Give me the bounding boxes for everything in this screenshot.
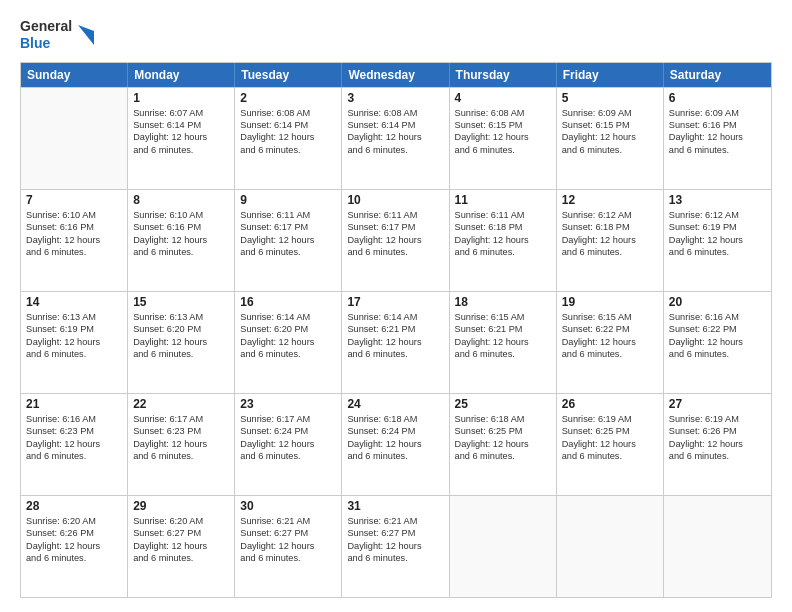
daylight-text-2: and 6 minutes. — [133, 348, 229, 360]
day-number: 30 — [240, 499, 336, 513]
daylight-text: Daylight: 12 hours — [133, 336, 229, 348]
sunset-text: Sunset: 6:14 PM — [133, 119, 229, 131]
daylight-text: Daylight: 12 hours — [455, 131, 551, 143]
daylight-text: Daylight: 12 hours — [26, 438, 122, 450]
sunset-text: Sunset: 6:16 PM — [26, 221, 122, 233]
sunrise-text: Sunrise: 6:19 AM — [562, 413, 658, 425]
daylight-text-2: and 6 minutes. — [240, 348, 336, 360]
day-number: 31 — [347, 499, 443, 513]
sunrise-text: Sunrise: 6:15 AM — [455, 311, 551, 323]
day-number: 21 — [26, 397, 122, 411]
day-number: 1 — [133, 91, 229, 105]
day-number: 3 — [347, 91, 443, 105]
daylight-text: Daylight: 12 hours — [240, 234, 336, 246]
day-number: 2 — [240, 91, 336, 105]
daylight-text-2: and 6 minutes. — [26, 246, 122, 258]
calendar-cell: 25Sunrise: 6:18 AMSunset: 6:25 PMDayligh… — [450, 394, 557, 495]
calendar-week-2: 7Sunrise: 6:10 AMSunset: 6:16 PMDaylight… — [21, 189, 771, 291]
sunrise-text: Sunrise: 6:18 AM — [455, 413, 551, 425]
sunset-text: Sunset: 6:22 PM — [669, 323, 766, 335]
day-number: 23 — [240, 397, 336, 411]
calendar-cell: 15Sunrise: 6:13 AMSunset: 6:20 PMDayligh… — [128, 292, 235, 393]
sunset-text: Sunset: 6:21 PM — [455, 323, 551, 335]
daylight-text: Daylight: 12 hours — [240, 336, 336, 348]
day-number: 22 — [133, 397, 229, 411]
header-day-monday: Monday — [128, 63, 235, 87]
calendar-cell: 1Sunrise: 6:07 AMSunset: 6:14 PMDaylight… — [128, 88, 235, 189]
daylight-text: Daylight: 12 hours — [347, 540, 443, 552]
daylight-text-2: and 6 minutes. — [133, 552, 229, 564]
daylight-text: Daylight: 12 hours — [347, 438, 443, 450]
calendar-week-3: 14Sunrise: 6:13 AMSunset: 6:19 PMDayligh… — [21, 291, 771, 393]
svg-marker-0 — [78, 25, 94, 45]
day-number: 26 — [562, 397, 658, 411]
sunset-text: Sunset: 6:19 PM — [26, 323, 122, 335]
daylight-text-2: and 6 minutes. — [26, 552, 122, 564]
daylight-text: Daylight: 12 hours — [669, 234, 766, 246]
day-number: 29 — [133, 499, 229, 513]
sunset-text: Sunset: 6:21 PM — [347, 323, 443, 335]
calendar-cell: 29Sunrise: 6:20 AMSunset: 6:27 PMDayligh… — [128, 496, 235, 597]
sunrise-text: Sunrise: 6:08 AM — [240, 107, 336, 119]
calendar-week-5: 28Sunrise: 6:20 AMSunset: 6:26 PMDayligh… — [21, 495, 771, 597]
daylight-text-2: and 6 minutes. — [347, 450, 443, 462]
sunrise-text: Sunrise: 6:19 AM — [669, 413, 766, 425]
daylight-text-2: and 6 minutes. — [240, 450, 336, 462]
sunrise-text: Sunrise: 6:10 AM — [26, 209, 122, 221]
daylight-text-2: and 6 minutes. — [240, 144, 336, 156]
daylight-text-2: and 6 minutes. — [133, 450, 229, 462]
daylight-text-2: and 6 minutes. — [669, 348, 766, 360]
sunrise-text: Sunrise: 6:11 AM — [347, 209, 443, 221]
sunrise-text: Sunrise: 6:11 AM — [455, 209, 551, 221]
sunrise-text: Sunrise: 6:21 AM — [240, 515, 336, 527]
day-number: 4 — [455, 91, 551, 105]
sunrise-text: Sunrise: 6:20 AM — [133, 515, 229, 527]
day-number: 15 — [133, 295, 229, 309]
sunset-text: Sunset: 6:27 PM — [133, 527, 229, 539]
daylight-text-2: and 6 minutes. — [26, 348, 122, 360]
calendar-cell: 28Sunrise: 6:20 AMSunset: 6:26 PMDayligh… — [21, 496, 128, 597]
sunrise-text: Sunrise: 6:12 AM — [669, 209, 766, 221]
day-number: 14 — [26, 295, 122, 309]
daylight-text: Daylight: 12 hours — [26, 540, 122, 552]
sunrise-text: Sunrise: 6:08 AM — [347, 107, 443, 119]
day-number: 12 — [562, 193, 658, 207]
calendar-cell: 5Sunrise: 6:09 AMSunset: 6:15 PMDaylight… — [557, 88, 664, 189]
day-number: 9 — [240, 193, 336, 207]
sunrise-text: Sunrise: 6:13 AM — [133, 311, 229, 323]
daylight-text: Daylight: 12 hours — [562, 131, 658, 143]
sunrise-text: Sunrise: 6:10 AM — [133, 209, 229, 221]
sunset-text: Sunset: 6:15 PM — [562, 119, 658, 131]
calendar-cell: 31Sunrise: 6:21 AMSunset: 6:27 PMDayligh… — [342, 496, 449, 597]
sunrise-text: Sunrise: 6:14 AM — [240, 311, 336, 323]
sunset-text: Sunset: 6:26 PM — [26, 527, 122, 539]
day-number: 13 — [669, 193, 766, 207]
calendar-cell: 4Sunrise: 6:08 AMSunset: 6:15 PMDaylight… — [450, 88, 557, 189]
day-number: 6 — [669, 91, 766, 105]
calendar-cell: 2Sunrise: 6:08 AMSunset: 6:14 PMDaylight… — [235, 88, 342, 189]
daylight-text: Daylight: 12 hours — [562, 234, 658, 246]
daylight-text-2: and 6 minutes. — [455, 246, 551, 258]
daylight-text-2: and 6 minutes. — [240, 552, 336, 564]
day-number: 28 — [26, 499, 122, 513]
calendar-cell: 30Sunrise: 6:21 AMSunset: 6:27 PMDayligh… — [235, 496, 342, 597]
daylight-text: Daylight: 12 hours — [26, 234, 122, 246]
daylight-text: Daylight: 12 hours — [562, 438, 658, 450]
daylight-text: Daylight: 12 hours — [455, 234, 551, 246]
header-day-wednesday: Wednesday — [342, 63, 449, 87]
daylight-text: Daylight: 12 hours — [347, 336, 443, 348]
day-number: 20 — [669, 295, 766, 309]
daylight-text-2: and 6 minutes. — [669, 144, 766, 156]
daylight-text-2: and 6 minutes. — [455, 348, 551, 360]
day-number: 7 — [26, 193, 122, 207]
calendar-cell — [664, 496, 771, 597]
sunrise-text: Sunrise: 6:08 AM — [455, 107, 551, 119]
calendar-cell — [450, 496, 557, 597]
sunrise-text: Sunrise: 6:21 AM — [347, 515, 443, 527]
daylight-text-2: and 6 minutes. — [455, 450, 551, 462]
calendar-cell: 24Sunrise: 6:18 AMSunset: 6:24 PMDayligh… — [342, 394, 449, 495]
daylight-text-2: and 6 minutes. — [26, 450, 122, 462]
calendar: SundayMondayTuesdayWednesdayThursdayFrid… — [20, 62, 772, 598]
daylight-text-2: and 6 minutes. — [347, 348, 443, 360]
sunset-text: Sunset: 6:18 PM — [562, 221, 658, 233]
